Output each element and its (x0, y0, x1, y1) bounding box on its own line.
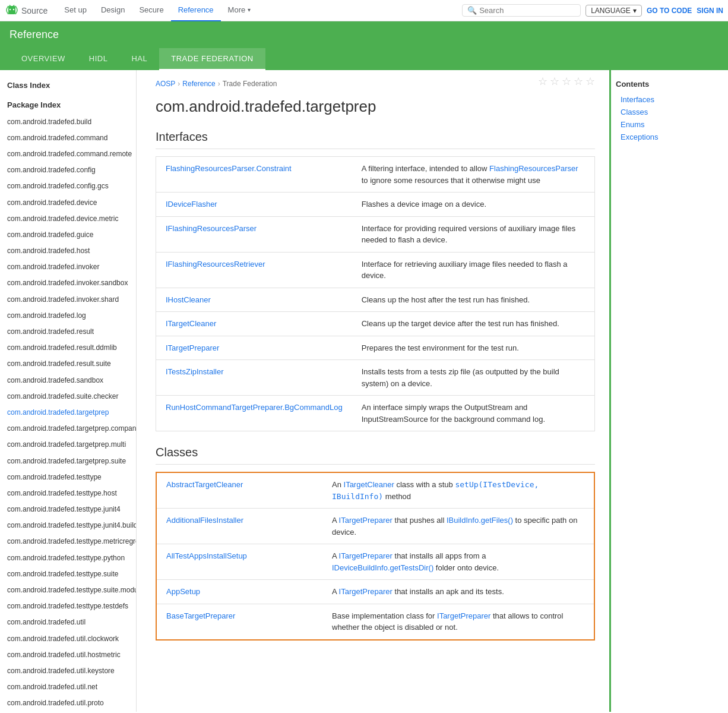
sidebar-item-result-ddmlib[interactable]: com.android.tradefed.result.ddmlib (0, 340, 136, 356)
table-row: AllTestAppsInstallSetup A ITargetPrepare… (156, 544, 594, 580)
sidebar-item-targetprep-companion[interactable]: com.android.tradefed.targetprep.companio… (0, 421, 136, 437)
toc-enums[interactable]: Enums (616, 118, 723, 131)
sidebar-item-targetprep-suite[interactable]: com.android.tradefed.targetprep.suite (0, 453, 136, 469)
sidebar-item-device-metric[interactable]: com.android.tradefed.device.metric (0, 211, 136, 227)
sidebar-item-targetprep[interactable]: com.android.tradefed.targetprep (0, 405, 136, 421)
sidebar-item-device[interactable]: com.android.tradefed.device (0, 195, 136, 211)
sidebar-item-util-net[interactable]: com.android.tradefed.util.net (0, 679, 136, 695)
tab-trade-federation[interactable]: TRADE FEDERATION (159, 48, 265, 70)
class-link-abstract-target-cleaner[interactable]: AbstractTargetCleaner (166, 480, 243, 489)
sidebar-class-index[interactable]: Class Index (0, 75, 136, 94)
sidebar-item-sandbox[interactable]: com.android.tradefed.sandbox (0, 373, 136, 389)
itarget-preparer-link-4[interactable]: ITargetPreparer (437, 611, 490, 620)
sidebar-item-targetprep-multi[interactable]: com.android.tradefed.targetprep.multi (0, 437, 136, 453)
page-title: com.android.tradefed.targetprep (156, 97, 595, 116)
sidebar-item-invoker-sandbox[interactable]: com.android.tradefed.invoker.sandbox (0, 275, 136, 291)
flashing-resources-parser-link[interactable]: FlashingResourcesParser (489, 164, 578, 173)
sidebar-item-testtype-testdefs[interactable]: com.android.tradefed.testtype.testdefs (0, 598, 136, 614)
sidebar-item-testtype-metricregression[interactable]: com.android.tradefed.testtype.metricregr… (0, 534, 136, 550)
star-5[interactable]: ☆ (585, 75, 595, 88)
sidebar-item-result-suite[interactable]: com.android.tradefed.result.suite (0, 356, 136, 372)
star-rating[interactable]: ☆ ☆ ☆ ☆ ☆ (538, 75, 595, 88)
idevice-buildinfo-gettestsdir-link[interactable]: IDeviceBuildInfo.getTestsDir() (332, 563, 433, 572)
breadcrumb-sep2: › (218, 80, 220, 88)
interface-link-ihost-cleaner[interactable]: IHostCleaner (166, 295, 211, 304)
sidebar-item-testtype-host[interactable]: com.android.tradefed.testtype.host (0, 485, 136, 501)
class-link-all-test-apps-install-setup[interactable]: AllTestAppsInstallSetup (166, 551, 247, 560)
sidebar-item-testtype[interactable]: com.android.tradefed.testtype (0, 469, 136, 485)
star-1[interactable]: ☆ (538, 75, 547, 88)
sidebar-item-testtype-junit4-builder[interactable]: com.android.tradefed.testtype.junit4.bui… (0, 518, 136, 534)
itarget-preparer-link-1[interactable]: ITargetPreparer (339, 516, 393, 525)
sidebar-item-build[interactable]: com.android.tradefed.build (0, 114, 136, 130)
toc-classes[interactable]: Classes (616, 106, 723, 118)
sign-in-button[interactable]: SIGN IN (697, 7, 723, 15)
itarget-cleaner-link-1[interactable]: ITargetCleaner (344, 480, 394, 489)
table-row: IFlashingResourcesRetriever Interface fo… (156, 252, 595, 288)
logo[interactable]: Source (5, 4, 48, 18)
nav-more[interactable]: More ▾ (221, 0, 258, 21)
sidebar-package-index[interactable]: Package Index (0, 94, 136, 114)
language-button[interactable]: LANGUAGE ▾ (585, 5, 642, 17)
class-link-additional-files-installer[interactable]: AdditionalFilesInstaller (166, 516, 243, 525)
interface-link-itarget-preparer[interactable]: ITargetPreparer (166, 343, 219, 352)
star-3[interactable]: ☆ (562, 75, 571, 88)
class-desc-base-target-preparer: Base implementation class for ITargetPre… (322, 604, 594, 640)
sidebar-item-util-keystore[interactable]: com.android.tradefed.util.keystore (0, 663, 136, 679)
breadcrumb-aosp[interactable]: AOSP (156, 80, 175, 88)
nav-reference[interactable]: Reference (171, 0, 221, 21)
star-4[interactable]: ☆ (574, 75, 583, 88)
sidebar-item-result[interactable]: com.android.tradefed.result (0, 324, 136, 340)
toc-exceptions[interactable]: Exceptions (616, 131, 723, 143)
ibuildinfo-getfiles-link[interactable]: IBuildInfo.getFiles() (447, 516, 513, 525)
tab-overview[interactable]: OVERVIEW (10, 48, 77, 70)
sidebar-item-util-proto[interactable]: com.android.tradefed.util.proto (0, 695, 136, 711)
classes-heading: Classes (156, 446, 595, 465)
sidebar-item-suite-checker[interactable]: com.android.tradefed.suite.checker (0, 389, 136, 405)
search-bar[interactable]: 🔍 (462, 4, 581, 17)
tab-hal[interactable]: HAL (119, 48, 159, 70)
sidebar-item-testtype-junit4[interactable]: com.android.tradefed.testtype.junit4 (0, 501, 136, 518)
sidebar-item-testtype-suite-module[interactable]: com.android.tradefed.testtype.suite.modu… (0, 582, 136, 598)
class-link-base-target-preparer[interactable]: BaseTargetPreparer (166, 611, 235, 620)
table-row: AppSetup A ITargetPreparer that installs… (156, 580, 594, 604)
sidebar-item-invoker-shard[interactable]: com.android.tradefed.invoker.shard (0, 292, 136, 308)
interface-desc-iflashing-resources-retriever: Interface for retrieving auxiliary image… (352, 252, 595, 288)
sidebar-item-command-remote[interactable]: com.android.tradefed.command.remote (0, 146, 136, 162)
ref-header-title: Reference (10, 29, 59, 40)
sidebar-item-log[interactable]: com.android.tradefed.log (0, 308, 136, 324)
nav-secure[interactable]: Secure (132, 0, 170, 21)
class-desc-abstract-target-cleaner: An ITargetCleaner class with a stub setU… (322, 472, 594, 509)
interface-link-flashing-constraint[interactable]: FlashingResourcesParser.Constraint (166, 164, 292, 173)
class-link-app-setup[interactable]: AppSetup (166, 587, 200, 596)
interface-link-run-host-command[interactable]: RunHostCommandTargetPreparer.BgCommandLo… (166, 403, 343, 412)
interface-link-iflashing-resources-retriever[interactable]: IFlashingResourcesRetriever (166, 260, 265, 269)
interface-link-itarget-cleaner[interactable]: ITargetCleaner (166, 319, 216, 328)
sidebar-item-testtype-python[interactable]: com.android.tradefed.testtype.python (0, 550, 136, 566)
star-2[interactable]: ☆ (550, 75, 559, 88)
sidebar-item-guice[interactable]: com.android.tradefed.guice (0, 227, 136, 243)
nav-design[interactable]: Design (94, 0, 132, 21)
nav-setup[interactable]: Set up (57, 0, 94, 21)
search-icon: 🔍 (467, 6, 477, 15)
go-to-code-button[interactable]: GO TO CODE (647, 7, 692, 15)
interface-link-iflashing-resources-parser[interactable]: IFlashingResourcesParser (166, 224, 257, 233)
breadcrumb-reference[interactable]: Reference (182, 80, 215, 88)
sidebar-item-invoker[interactable]: com.android.tradefed.invoker (0, 259, 136, 275)
itarget-preparer-link-2[interactable]: ITargetPreparer (339, 551, 393, 560)
sidebar-item-config[interactable]: com.android.tradefed.config (0, 162, 136, 178)
search-input[interactable] (479, 6, 575, 15)
sidebar-item-testtype-suite[interactable]: com.android.tradefed.testtype.suite (0, 566, 136, 582)
sidebar-item-host[interactable]: com.android.tradefed.host (0, 243, 136, 259)
sidebar-item-util[interactable]: com.android.tradefed.util (0, 614, 136, 630)
sidebar-item-command[interactable]: com.android.tradefed.command (0, 130, 136, 146)
interface-link-itests-zip-installer[interactable]: ITestsZipInstaller (166, 367, 224, 376)
interface-link-idevice-flasher[interactable]: IDeviceFlasher (166, 200, 217, 209)
sidebar-item-util-clockwork[interactable]: com.android.tradefed.util.clockwork (0, 631, 136, 647)
tab-hidl[interactable]: HIDL (77, 48, 120, 70)
itarget-preparer-link-3[interactable]: ITargetPreparer (339, 587, 393, 596)
class-desc-additional-files-installer: A ITargetPreparer that pushes all IBuild… (322, 509, 594, 544)
sidebar-item-util-hostmetric[interactable]: com.android.tradefed.util.hostmetric (0, 647, 136, 663)
sidebar-item-config-gcs[interactable]: com.android.tradefed.config.gcs (0, 178, 136, 194)
toc-interfaces[interactable]: Interfaces (616, 93, 723, 106)
